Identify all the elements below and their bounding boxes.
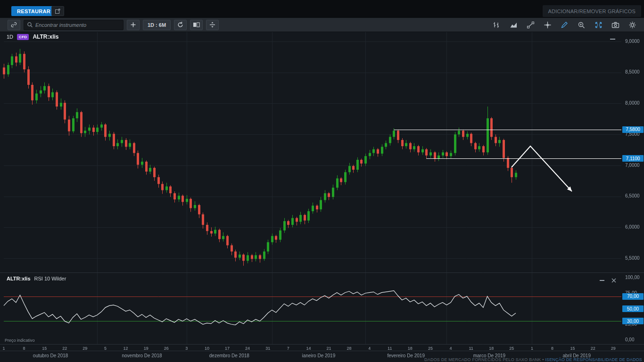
settings-button[interactable] bbox=[625, 19, 639, 31]
split-view-icon bbox=[209, 21, 216, 28]
rsi-symbol-label: ALTR:xlis bbox=[7, 276, 31, 281]
instrument-type-badge: CFD bbox=[17, 34, 29, 40]
symbol-label: ALTR:xlis bbox=[33, 33, 58, 40]
resize-button[interactable] bbox=[591, 19, 605, 31]
area-chart-icon bbox=[510, 21, 518, 29]
price-line-badge: 7,5800 bbox=[622, 126, 644, 133]
search-icon bbox=[27, 22, 33, 28]
add-instrument-button[interactable] bbox=[127, 20, 140, 30]
chart-legend: 1D CFD ALTR:xlis bbox=[7, 33, 59, 40]
price-line-badge: 7,1100 bbox=[622, 155, 644, 162]
rsi-indicator-label: RSI 10 Wilder bbox=[34, 276, 66, 281]
trendline-icon bbox=[527, 21, 535, 29]
search-input[interactable] bbox=[35, 22, 120, 28]
toolbar-left-group: 1D : 6M bbox=[0, 20, 222, 30]
rsi-level-badge: 70,00 bbox=[622, 293, 644, 300]
minimize-main-pane-icon[interactable] bbox=[610, 39, 615, 40]
crosshair-icon bbox=[544, 21, 552, 29]
split-view-button[interactable] bbox=[206, 20, 219, 30]
settings-gear-icon bbox=[628, 21, 636, 29]
chart-window: RESTAURAR ADICIONAR/REMOVER GRÁFICOS bbox=[0, 0, 644, 362]
annotation-draw-icon bbox=[561, 21, 569, 29]
interval-label: 1D bbox=[7, 34, 13, 40]
link-icon bbox=[10, 21, 17, 28]
crosshair-button[interactable] bbox=[540, 19, 554, 31]
add-remove-charts-button[interactable]: ADICIONAR/REMOVER GRÁFICOS bbox=[543, 5, 642, 17]
indicative-price-note: Preço indicativo bbox=[5, 338, 35, 343]
camera-icon bbox=[611, 21, 619, 29]
rsi-level-badge: 50,00 bbox=[622, 305, 644, 312]
minimize-rsi-pane-icon[interactable] bbox=[600, 280, 604, 281]
layout-button[interactable] bbox=[190, 20, 203, 30]
refresh-button[interactable] bbox=[174, 20, 187, 30]
market-data-attribution: DADOS DE MERCADO FORNECIDOS PELO SAXO BA… bbox=[424, 357, 545, 362]
zoom-button[interactable] bbox=[574, 19, 588, 31]
rsi-level-badge: 30,00 bbox=[622, 318, 644, 324]
close-rsi-pane-icon[interactable] bbox=[611, 278, 617, 283]
popout-icon bbox=[55, 8, 61, 14]
hlc-chart-button[interactable] bbox=[489, 19, 504, 31]
hlc-chart-icon bbox=[493, 21, 501, 29]
camera-button[interactable] bbox=[608, 19, 622, 31]
resize-expand-icon bbox=[594, 21, 603, 29]
titlebar: RESTAURAR ADICIONAR/REMOVER GRÁFICOS bbox=[0, 0, 644, 18]
toolbar: 1D : 6M bbox=[0, 18, 644, 32]
area-chart-button[interactable] bbox=[506, 19, 520, 31]
popout-button[interactable] bbox=[51, 6, 64, 16]
zoom-icon bbox=[578, 21, 586, 29]
layout-icon bbox=[193, 22, 200, 28]
toolbar-right-group bbox=[487, 19, 644, 31]
link-button[interactable] bbox=[8, 20, 20, 30]
data-disclaimer-link[interactable]: ISENÇÃO DE RESPONSABILIDADE DE DADOS bbox=[545, 357, 642, 362]
period-button[interactable]: 1D : 6M bbox=[143, 20, 171, 30]
instrument-search[interactable] bbox=[24, 20, 124, 30]
rsi-legend: ALTR:xlis RSI 10 Wilder bbox=[7, 276, 66, 281]
footer: DADOS DE MERCADO FORNECIDOS PELO SAXO BA… bbox=[424, 357, 642, 362]
trendline-button[interactable] bbox=[523, 19, 537, 31]
plus-icon bbox=[130, 22, 136, 28]
price-chart-canvas[interactable] bbox=[0, 32, 644, 357]
refresh-icon bbox=[177, 21, 184, 28]
annotation-button[interactable] bbox=[557, 19, 571, 31]
restore-button[interactable]: RESTAURAR bbox=[11, 6, 56, 16]
